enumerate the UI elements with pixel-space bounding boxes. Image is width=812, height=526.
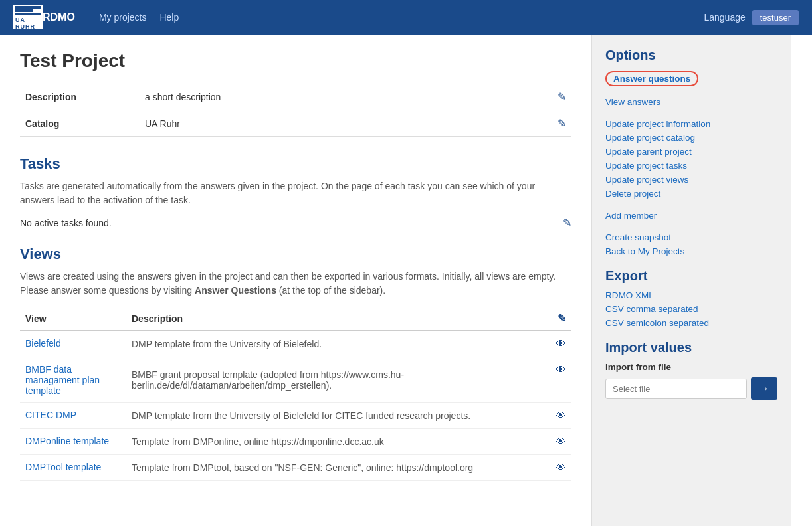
view-eye-icon[interactable]: 👁 bbox=[556, 436, 566, 447]
view-answers-link[interactable]: View answers bbox=[605, 97, 777, 107]
view-name-link[interactable]: Bielefeld bbox=[25, 338, 61, 349]
options-title: Options bbox=[605, 48, 777, 63]
table-row: DMPonline templateTemplate from DMPonlin… bbox=[20, 429, 571, 455]
select-file-input[interactable] bbox=[605, 379, 747, 399]
import-from-file-label: Import from file bbox=[605, 362, 777, 372]
catalog-row: Catalog UA Ruhr ✎ bbox=[20, 110, 571, 137]
nav-my-projects[interactable]: My projects bbox=[99, 12, 147, 23]
sidebar: Options Answer questions View answers Up… bbox=[591, 35, 791, 526]
no-tasks-text: No active tasks found. bbox=[20, 218, 112, 228]
view-name-link[interactable]: CITEC DMP bbox=[25, 410, 76, 420]
navbar-links: My projects Help bbox=[99, 12, 704, 23]
rdmo-logo: UA RUHR bbox=[13, 5, 43, 29]
catalog-edit-icon[interactable]: ✎ bbox=[558, 118, 566, 129]
import-file-row: → bbox=[605, 377, 777, 400]
export-csv-comma-link[interactable]: CSV comma separated bbox=[605, 304, 777, 314]
view-name-link[interactable]: DMPonline template bbox=[25, 436, 109, 446]
page-layout: Test Project Description a short descrip… bbox=[0, 35, 812, 526]
view-description: Template from DMPtool, based on "NSF-GEN… bbox=[126, 455, 550, 481]
update-parent-project-link[interactable]: Update parent project bbox=[605, 147, 777, 157]
main-content: Test Project Description a short descrip… bbox=[0, 35, 591, 526]
language-dropdown[interactable]: Language bbox=[704, 12, 745, 23]
navbar: UA RUHR RDMO My projects Help Language t… bbox=[0, 0, 812, 35]
export-csv-semicolon-link[interactable]: CSV semicolon separated bbox=[605, 318, 777, 328]
import-title: Import values bbox=[605, 340, 777, 355]
view-description: DMP template from the University of Biel… bbox=[126, 331, 550, 357]
table-row: DMPTool templateTemplate from DMPtool, b… bbox=[20, 455, 571, 481]
col-description: Description bbox=[126, 307, 550, 331]
tasks-section-title: Tasks bbox=[20, 155, 571, 173]
table-row: BielefeldDMP template from the Universit… bbox=[20, 331, 571, 357]
page-title: Test Project bbox=[20, 50, 571, 72]
view-eye-icon[interactable]: 👁 bbox=[556, 364, 566, 375]
answer-questions-wrap: Answer questions bbox=[605, 71, 698, 86]
col-view: View bbox=[20, 307, 126, 331]
views-answer-link[interactable]: Answer Questions bbox=[195, 285, 276, 296]
table-row: CITEC DMPDMP template from the Universit… bbox=[20, 403, 571, 429]
view-description: BMBF grant proposal template (adopted fr… bbox=[126, 357, 550, 403]
no-tasks-row: No active tasks found. ✎ bbox=[20, 214, 571, 232]
views-table: View Description ✎ BielefeldDMP template… bbox=[20, 307, 571, 481]
table-row: BMBF data managament plan templateBMBF g… bbox=[20, 357, 571, 403]
export-title: Export bbox=[605, 268, 777, 284]
update-project-tasks-link[interactable]: Update project tasks bbox=[605, 161, 777, 171]
export-rdmo-xml-link[interactable]: RDMO XML bbox=[605, 290, 777, 300]
navbar-right: Language testuser bbox=[704, 10, 799, 25]
nav-help[interactable]: Help bbox=[159, 12, 179, 23]
update-project-views-link[interactable]: Update project views bbox=[605, 175, 777, 185]
description-row: Description a short description ✎ bbox=[20, 84, 571, 110]
tasks-description: Tasks are generated automatically from t… bbox=[20, 179, 571, 207]
create-snapshot-link[interactable]: Create snapshot bbox=[605, 232, 777, 242]
col-actions: ✎ bbox=[550, 307, 571, 331]
catalog-label: Catalog bbox=[20, 110, 140, 137]
view-eye-icon[interactable]: 👁 bbox=[556, 462, 566, 473]
delete-project-link[interactable]: Delete project bbox=[605, 189, 777, 199]
view-description: Template from DMPonline, online https://… bbox=[126, 429, 550, 455]
view-eye-icon[interactable]: 👁 bbox=[556, 338, 566, 349]
views-edit-icon[interactable]: ✎ bbox=[558, 313, 566, 324]
back-to-projects-link[interactable]: Back to My Projects bbox=[605, 246, 777, 256]
catalog-value: UA Ruhr bbox=[140, 110, 552, 137]
navbar-brand: UA RUHR RDMO bbox=[13, 5, 79, 29]
rdmo-brand-label: RDMO bbox=[43, 11, 75, 23]
description-value: a short description bbox=[140, 84, 552, 110]
info-table: Description a short description ✎ Catalo… bbox=[20, 84, 571, 137]
description-label: Description bbox=[20, 84, 140, 110]
description-edit-icon[interactable]: ✎ bbox=[558, 91, 566, 102]
user-avatar: testuser bbox=[752, 10, 799, 25]
import-submit-button[interactable]: → bbox=[751, 377, 777, 400]
answer-questions-link[interactable]: Answer questions bbox=[605, 71, 698, 86]
view-name-link[interactable]: DMPTool template bbox=[25, 462, 101, 472]
views-section-title: Views bbox=[20, 246, 571, 263]
update-project-info-link[interactable]: Update project information bbox=[605, 119, 777, 129]
tasks-edit-icon[interactable]: ✎ bbox=[563, 217, 571, 229]
view-description: DMP template from the University of Biel… bbox=[126, 403, 550, 429]
add-member-link[interactable]: Add member bbox=[605, 211, 777, 220]
views-description: Views are created using the answers give… bbox=[20, 270, 571, 298]
view-eye-icon[interactable]: 👁 bbox=[556, 410, 566, 421]
update-project-catalog-link[interactable]: Update project catalog bbox=[605, 133, 777, 143]
views-header-row: View Description ✎ bbox=[20, 307, 571, 331]
view-name-link[interactable]: BMBF data managament plan template bbox=[25, 364, 100, 396]
